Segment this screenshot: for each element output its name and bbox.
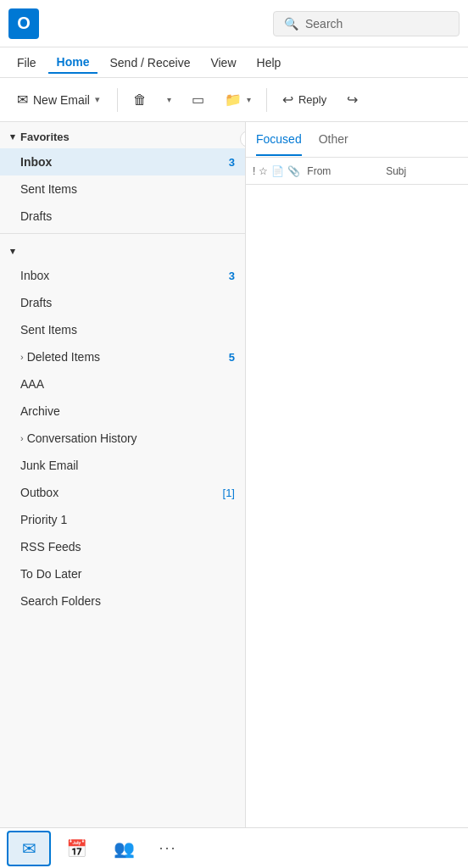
menu-bar: File Home Send / Receive View Help	[0, 47, 468, 78]
move-dropdown-arrow: ▾	[247, 95, 251, 104]
archive-icon: ▭	[192, 92, 204, 108]
nav-people-button[interactable]: 👥	[102, 831, 146, 866]
search-placeholder: Search	[305, 17, 343, 31]
calendar-nav-icon: 📅	[66, 838, 87, 859]
move-icon: 📁	[225, 92, 242, 108]
new-email-dropdown-arrow[interactable]: ▾	[95, 94, 100, 105]
menu-item-file[interactable]: File	[8, 53, 45, 73]
sidebar-item-aaa[interactable]: AAA	[0, 370, 245, 398]
email-area: Focused Other ! ☆ 📄 📎 From Subj	[246, 122, 468, 827]
delete-dropdown-button[interactable]: ▾	[159, 90, 180, 109]
attachment-icon: 📎	[287, 165, 300, 177]
favorites-label: Favorites	[20, 131, 70, 143]
sidebar-item-inbox[interactable]: Inbox 3	[0, 262, 245, 289]
reply-label: Reply	[298, 93, 326, 106]
menu-item-view[interactable]: View	[202, 53, 244, 73]
reply-icon: ↩	[282, 92, 293, 108]
sidebar-item-conversation[interactable]: › Conversation History	[0, 425, 245, 452]
search-bar[interactable]: 🔍 Search	[273, 11, 460, 36]
sidebar-item-deleted[interactable]: › Deleted Items 5	[0, 343, 245, 370]
outbox-badge: [1]	[223, 487, 235, 499]
app-logo: O	[8, 8, 39, 39]
forward-button[interactable]: ↪	[338, 86, 366, 113]
new-email-button[interactable]: ✉ New Email ▾	[7, 86, 110, 113]
more-icon: ···	[159, 839, 176, 857]
people-nav-icon: 👥	[114, 838, 135, 859]
sidebar: ‹ ▾ Favorites Inbox 3 Sent Items Drafts …	[0, 122, 246, 827]
nav-mail-button[interactable]: ✉	[7, 831, 51, 866]
search-icon: 🔍	[284, 17, 298, 31]
inbox-favorites-badge: 3	[229, 156, 235, 169]
sidebar-item-label: Conversation History	[27, 431, 137, 445]
sidebar-item-sent-favorites[interactable]: Sent Items	[0, 175, 245, 203]
importance-icon: !	[253, 165, 255, 177]
sidebar-item-search-folders[interactable]: Search Folders	[0, 587, 245, 615]
sidebar-item-label: Inbox	[20, 269, 49, 282]
email-list-header: ! ☆ 📄 📎 From Subj	[246, 158, 468, 185]
sidebar-item-junk[interactable]: Junk Email	[0, 452, 245, 479]
sidebar-item-label: Outbox	[20, 486, 58, 499]
focused-tabs: Focused Other	[246, 122, 468, 158]
delete-button[interactable]: 🗑	[125, 87, 155, 113]
nav-calendar-button[interactable]: 📅	[54, 831, 98, 866]
conversation-expand-icon: ›	[20, 433, 24, 443]
new-email-icon: ✉	[17, 92, 28, 108]
favorites-chevron-icon: ▾	[10, 131, 15, 142]
toolbar: ✉ New Email ▾ 🗑 ▾ ▭ 📁 ▾ ↩ Reply ↪	[0, 78, 468, 122]
subject-column-header: Subj	[386, 165, 461, 177]
email-column-icons: ! ☆ 📄 📎	[253, 165, 300, 177]
tab-focused[interactable]: Focused	[256, 124, 302, 156]
main-content: ‹ ▾ Favorites Inbox 3 Sent Items Drafts …	[0, 122, 468, 827]
sidebar-item-label: AAA	[20, 377, 44, 391]
sidebar-item-todo[interactable]: To Do Later	[0, 560, 245, 587]
account-section-header[interactable]: ▾	[0, 237, 245, 262]
sidebar-item-label: Sent Items	[20, 182, 77, 196]
bottom-nav: ✉ 📅 👥 ···	[0, 827, 468, 868]
attachment-doc-icon: 📄	[271, 165, 284, 177]
sidebar-item-label: RSS Feeds	[20, 540, 81, 554]
deleted-expand-icon: ›	[20, 352, 24, 362]
delete-icon: 🗑	[133, 92, 147, 108]
sidebar-item-sent[interactable]: Sent Items	[0, 316, 245, 343]
from-column-header: From	[307, 165, 382, 177]
sidebar-item-label: Deleted Items	[27, 350, 100, 364]
tab-other[interactable]: Other	[319, 124, 348, 156]
menu-item-home[interactable]: Home	[48, 52, 98, 74]
sidebar-item-label: Drafts	[20, 209, 52, 223]
title-bar: O 🔍 Search	[0, 0, 468, 47]
new-email-label: New Email	[33, 93, 90, 107]
sidebar-item-drafts[interactable]: Drafts	[0, 289, 245, 316]
toolbar-divider-2	[266, 88, 267, 112]
favorites-section-header[interactable]: ▾ Favorites	[0, 122, 245, 148]
sidebar-item-outbox[interactable]: Outbox [1]	[0, 479, 245, 506]
menu-item-send-receive[interactable]: Send / Receive	[101, 53, 198, 73]
sidebar-item-label: Inbox	[20, 155, 52, 169]
flag-icon: ☆	[259, 165, 268, 177]
move-button[interactable]: 📁 ▾	[216, 86, 259, 113]
reply-button[interactable]: ↩ Reply	[274, 86, 335, 113]
sidebar-item-rss[interactable]: RSS Feeds	[0, 533, 245, 560]
archive-button[interactable]: ▭	[183, 86, 213, 113]
email-list-body	[246, 185, 468, 827]
sidebar-item-label: Junk Email	[20, 459, 78, 472]
forward-icon: ↪	[347, 92, 358, 108]
toolbar-divider-1	[117, 88, 118, 112]
sidebar-item-archive[interactable]: Archive	[0, 398, 245, 425]
section-divider-1	[0, 233, 245, 234]
menu-item-help[interactable]: Help	[248, 53, 290, 73]
deleted-badge: 5	[229, 351, 235, 364]
account-chevron-icon: ▾	[10, 246, 15, 257]
sidebar-item-label: To Do Later	[20, 567, 81, 581]
sidebar-item-label: Search Folders	[20, 594, 101, 608]
delete-dropdown-arrow: ▾	[167, 95, 171, 104]
sidebar-item-label: Drafts	[20, 296, 52, 309]
sidebar-item-label: Archive	[20, 404, 60, 418]
sidebar-item-inbox-favorites[interactable]: Inbox 3	[0, 148, 245, 175]
nav-more-button[interactable]: ···	[149, 831, 187, 866]
sidebar-item-label: Sent Items	[20, 323, 77, 337]
sidebar-item-label: Priority 1	[20, 513, 67, 526]
mail-nav-icon: ✉	[22, 838, 36, 859]
inbox-badge: 3	[229, 270, 235, 282]
sidebar-item-drafts-favorites[interactable]: Drafts	[0, 203, 245, 230]
sidebar-item-priority1[interactable]: Priority 1	[0, 506, 245, 533]
